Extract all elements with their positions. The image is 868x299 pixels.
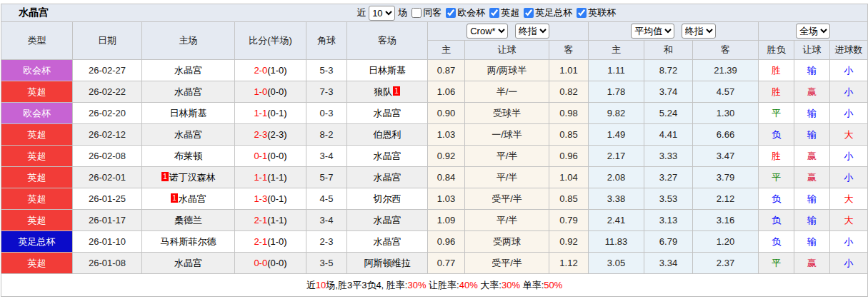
- fulltime-score: 1-0: [254, 86, 267, 97]
- filter-欧会杯: 欧会杯: [442, 6, 485, 19]
- team-link[interactable]: 桑德兰: [174, 215, 202, 225]
- table-row: 英超26-02-12水晶宫2-3(2-3)8-2伯恩利1.03一/球半0.851…: [1, 124, 868, 146]
- home-team-cell: 日林斯基: [142, 103, 235, 124]
- result-outcome: 胜: [759, 81, 794, 103]
- result-handicap: 输: [794, 124, 830, 146]
- team-link[interactable]: 水晶宫: [374, 215, 401, 225]
- corners-cell: 7-3: [306, 81, 347, 103]
- team-link[interactable]: 水晶宫: [374, 236, 401, 247]
- team-link[interactable]: 马科斯菲尔德: [161, 236, 216, 247]
- odds-source-select[interactable]: Crow*: [467, 24, 508, 39]
- team-link[interactable]: 水晶宫: [174, 258, 202, 268]
- result-handicap: 赢: [794, 146, 830, 167]
- avg-away-odds: 21.39: [693, 60, 759, 81]
- avg-final-select[interactable]: 终指: [682, 24, 716, 39]
- summary-stats: 近10场,胜3平3负4, 胜率:30% 让胜率:40% 大率:30% 单率:50…: [1, 279, 867, 292]
- score-cell: 1-1(1-1): [235, 167, 306, 188]
- score-cell: 0-1(0-0): [235, 146, 306, 167]
- team-link[interactable]: 切尔西: [374, 193, 401, 204]
- team-link[interactable]: 水晶宫: [174, 129, 202, 140]
- away-team-cell: 水晶宫: [347, 210, 428, 231]
- table-row: 英超26-02-011诺丁汉森林1-1(1-1)5-7水晶宫0.84平/半1.0…: [1, 167, 868, 188]
- corners-cell: 4-5: [306, 188, 347, 210]
- avg-home-odds: 2.08: [589, 167, 644, 188]
- filter-checkbox[interactable]: [411, 8, 421, 18]
- corners-cell: 3-4: [306, 210, 347, 231]
- fulltime-score: 1-1: [254, 108, 267, 118]
- crown-away-odds: 0.98: [549, 103, 589, 124]
- corners-cell: 8-2: [306, 124, 347, 146]
- team-link[interactable]: 水晶宫: [374, 172, 401, 183]
- team-link[interactable]: 水晶宫: [174, 86, 202, 97]
- subcol-goals: 进球数: [830, 41, 868, 60]
- crown-away-odds: 1.01: [549, 60, 589, 81]
- subcol-handicap-result: 让球: [794, 41, 830, 60]
- team-link[interactable]: 布莱顿: [174, 151, 202, 161]
- match-date: 26-02-20: [73, 103, 142, 124]
- filter-英联杯: 英联杯: [572, 6, 616, 19]
- team-link[interactable]: 水晶宫: [374, 151, 401, 161]
- table-body: 欧会杯26-02-27水晶宫2-0(1-0)5-3日林斯基0.87两/两球半1.…: [1, 60, 868, 274]
- team-link[interactable]: 诺丁汉森林: [169, 172, 216, 183]
- avg-away-odds: 1.20: [693, 231, 759, 253]
- match-date: 26-02-22: [73, 81, 142, 103]
- avg-away-odds: 3.79: [693, 167, 759, 188]
- score-cell: 2-0(1-0): [235, 60, 306, 81]
- avg-draw-odds: 5.24: [644, 103, 693, 124]
- crown-handicap: 受平/半: [465, 253, 549, 274]
- avg-away-odds: 6.66: [693, 124, 759, 146]
- summary-value: 50%: [544, 280, 562, 290]
- crown-handicap: 平/半: [465, 167, 549, 188]
- result-goals: 小: [830, 167, 868, 188]
- filter-bar: 近 10 场 同客欧会杯英超英足总杯英联杯: [356, 6, 616, 21]
- odds-final-select[interactable]: 终指: [515, 24, 549, 39]
- subcol-avg-home: 主: [589, 41, 644, 60]
- recent-count-select[interactable]: 10: [369, 6, 395, 21]
- team-link[interactable]: 水晶宫: [179, 193, 206, 204]
- history-table: 水晶宫 近 10 场 同客欧会杯英超英足总杯英联杯 类型 日期 主场 比分(半场…: [1, 4, 868, 297]
- result-goals: 小: [830, 60, 868, 81]
- avg-mode-select[interactable]: 平均值: [631, 24, 674, 39]
- home-team-cell: 1水晶宫: [142, 188, 235, 210]
- crown-handicap: 平/半: [465, 210, 549, 231]
- result-handicap: 输: [794, 188, 830, 210]
- match-date: 26-02-27: [73, 60, 142, 81]
- team-link[interactable]: 日林斯基: [170, 108, 207, 118]
- avg-home-odds: 3.38: [589, 188, 644, 210]
- filter-checkbox[interactable]: [577, 8, 587, 18]
- crown-handicap: 受球半: [465, 103, 549, 124]
- team-link[interactable]: 日林斯基: [369, 65, 406, 76]
- home-team-cell: 1诺丁汉森林: [142, 167, 235, 188]
- filter-英足总杯: 英足总杯: [519, 6, 572, 19]
- avg-home-odds: 1.11: [589, 60, 644, 81]
- result-outcome: 负: [759, 231, 794, 253]
- filter-checkbox[interactable]: [524, 8, 534, 18]
- home-team-cell: 水晶宫: [142, 60, 235, 81]
- avg-away-odds: 2.37: [693, 253, 759, 274]
- result-goals: 小: [830, 253, 868, 274]
- filter-英超: 英超: [485, 6, 519, 19]
- halftime-score: (1-1): [267, 172, 286, 183]
- team-link[interactable]: 伯恩利: [374, 129, 401, 140]
- team-link[interactable]: 水晶宫: [174, 65, 202, 76]
- team-link[interactable]: 水晶宫: [374, 108, 401, 118]
- scope-select[interactable]: 全场: [796, 24, 830, 39]
- fulltime-score: 1-3: [254, 193, 267, 204]
- crown-home-odds: 0.87: [428, 60, 465, 81]
- avg-home-odds: 9.82: [589, 103, 644, 124]
- filter-checkbox[interactable]: [489, 8, 499, 18]
- filter-checkbox[interactable]: [446, 8, 456, 18]
- result-outcome: 胜: [759, 60, 794, 81]
- home-team-cell: 桑德兰: [142, 210, 235, 231]
- result-handicap: 输: [794, 210, 830, 231]
- team-link[interactable]: 阿斯顿维拉: [364, 258, 411, 268]
- table-row: 欧会杯26-02-20日林斯基1-1(0-1)0-3水晶宫0.90受球半0.98…: [1, 103, 868, 124]
- result-outcome: 平: [759, 167, 794, 188]
- halftime-score: (0-0): [267, 258, 286, 268]
- avg-home-odds: 11.83: [589, 231, 644, 253]
- avg-away-odds: 4.57: [693, 81, 759, 103]
- league-badge: 英超: [1, 188, 73, 210]
- team-link[interactable]: 狼队: [374, 86, 392, 97]
- col-header-home: 主场: [142, 22, 235, 60]
- crown-home-odds: 0.92: [428, 146, 465, 167]
